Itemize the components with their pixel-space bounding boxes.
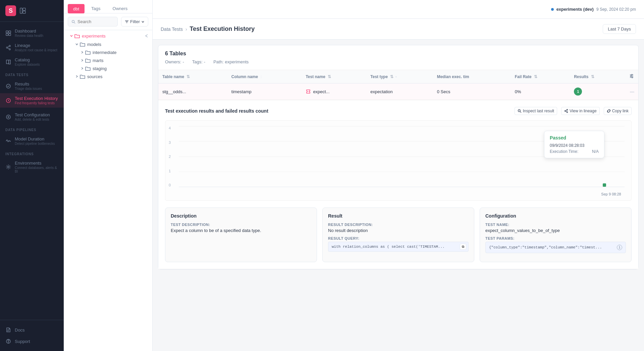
svg-point-39 xyxy=(567,112,568,113)
sidebar-item-model-duration[interactable]: Model Duration Detect pipeline bottlenec… xyxy=(0,134,64,148)
tree-tabs: dbt Tags Owners xyxy=(64,0,152,13)
sidebar-item-dashboard[interactable]: Dashboard Review data health xyxy=(0,26,64,40)
config-test-params-value: {"column_type":"timestamp","column_name"… xyxy=(485,242,626,253)
sidebar-item-environments[interactable]: Environments Connect databases, alerts &… xyxy=(0,158,64,176)
catalog-subtitle: Explore datasets xyxy=(15,63,40,66)
docs-label: Docs xyxy=(15,328,25,333)
results-label: Results xyxy=(15,81,42,86)
data-pipelines-section-label: DATA PIPELINES xyxy=(0,124,64,134)
svg-point-31 xyxy=(631,76,632,77)
dashboard-subtitle: Review data health xyxy=(15,34,43,38)
sidebar-item-lineage[interactable]: Lineage Analyze root cause & impact xyxy=(0,40,64,55)
sidebar-item-test-execution[interactable]: Test Execution History Find frequently f… xyxy=(0,93,64,108)
search-input[interactable] xyxy=(77,19,114,24)
col-results[interactable]: Results ⇅ xyxy=(570,70,625,83)
tooltip-status: Passed xyxy=(550,135,599,140)
col-settings[interactable] xyxy=(625,70,638,83)
col-median-exec[interactable]: Median exec. tim xyxy=(433,70,511,83)
tab-tags[interactable]: Tags xyxy=(86,4,106,13)
tooltip-exec-value: N/A xyxy=(592,149,599,154)
path-meta: Path: experiments xyxy=(213,59,249,64)
clock-icon xyxy=(5,98,11,104)
test-execution-subtitle: Find frequently failing tests xyxy=(15,101,58,105)
date-range-button[interactable]: Last 7 Days xyxy=(603,24,636,34)
cell-expand[interactable]: — xyxy=(625,83,638,100)
sort-icon: ⇅ xyxy=(186,74,190,79)
inspect-last-result-button[interactable]: Inspect last result xyxy=(515,107,557,115)
tree-item-sources[interactable]: sources xyxy=(64,72,152,80)
folder-icon xyxy=(85,66,91,71)
col-column-name[interactable]: Column name : xyxy=(227,70,302,83)
chevron-down-icon xyxy=(141,20,145,23)
plus-circle-icon xyxy=(5,114,11,120)
sidebar-item-results[interactable]: Results Triage data issues xyxy=(0,79,64,93)
inspect-icon xyxy=(518,109,522,113)
test-name-icon xyxy=(306,89,311,94)
tree-item-intermediate[interactable]: intermediate xyxy=(64,48,152,56)
col-test-type[interactable]: Test type ⇅ • xyxy=(366,70,433,83)
col-fail-rate[interactable]: Fail Rate ⇅ xyxy=(511,70,570,83)
cell-results: 1 xyxy=(570,83,625,100)
help-circle-icon xyxy=(5,338,11,344)
view-in-lineage-button[interactable]: View in lineage xyxy=(561,107,600,115)
test-name-config-field: Test Name: expect_column_values_to_be_of… xyxy=(485,223,626,233)
result-desc-value: No result description xyxy=(328,228,469,233)
tree-item-models-label: models xyxy=(87,42,101,47)
copy-query-button[interactable]: ⧉ xyxy=(460,244,466,250)
lineage-label: Lineage xyxy=(15,43,57,48)
svg-point-30 xyxy=(632,74,633,75)
sidebar-item-docs[interactable]: Docs xyxy=(0,324,64,336)
details-cards: Description Test Description: Expect a c… xyxy=(165,208,632,262)
svg-rect-1 xyxy=(23,8,25,10)
svg-line-10 xyxy=(8,46,9,47)
layout-toggle-icon[interactable] xyxy=(19,7,26,14)
sidebar-item-support[interactable]: Support xyxy=(0,336,64,347)
tree-item-experiments[interactable]: experiments xyxy=(64,32,152,40)
sort-icon: ⇅ xyxy=(328,74,331,79)
sidebar-item-catalog[interactable]: Catalog Explore datasets xyxy=(0,55,64,69)
svg-rect-5 xyxy=(6,34,8,36)
chevron-down-icon xyxy=(74,42,79,47)
tree-item-experiments-label: experiments xyxy=(82,34,106,39)
table-row[interactable]: stg__odds... timestamp expect... exp xyxy=(158,83,638,100)
copy-link-button[interactable]: Copy link xyxy=(604,107,632,115)
sidebar: S Dashboard Review data health xyxy=(0,0,64,351)
expanded-row: Test execution results and failed result… xyxy=(158,100,638,269)
col-test-name[interactable]: Test name ⇅ xyxy=(302,70,366,83)
support-label: Support xyxy=(15,339,30,344)
result-query-label: Result Query: xyxy=(328,236,469,240)
test-desc-label: Test Description: xyxy=(171,223,311,227)
params-info-icon[interactable]: i xyxy=(617,245,622,250)
svg-line-40 xyxy=(566,110,567,111)
svg-point-37 xyxy=(567,109,568,110)
tree-item-staging[interactable]: staging xyxy=(64,64,152,72)
tab-owners[interactable]: Owners xyxy=(107,4,133,13)
description-card: Description Test Description: Expect a c… xyxy=(165,208,317,262)
activity-icon xyxy=(5,138,11,144)
svg-rect-4 xyxy=(9,31,11,33)
chevron-right-icon xyxy=(80,50,85,55)
tree-item-models[interactable]: models xyxy=(64,40,152,48)
result-count-badge: 1 xyxy=(574,87,582,96)
chart-x-label: Sep 9 08:28 xyxy=(601,192,621,196)
tab-dbt[interactable]: dbt xyxy=(68,4,85,13)
tooltip-datetime: 09/9/2024 08:28:03 xyxy=(550,143,599,148)
filter-button[interactable]: Filter xyxy=(121,17,148,26)
collapse-row-icon[interactable]: — xyxy=(630,89,634,94)
svg-point-32 xyxy=(632,77,633,78)
chart-data-point[interactable] xyxy=(603,183,606,187)
tree-item-sources-label: sources xyxy=(87,74,103,79)
test-desc-value: Expect a column to be of a specified dat… xyxy=(171,228,311,233)
cell-fail-rate: 0% xyxy=(511,83,570,100)
result-query-field: Result Query: with relation_columns as (… xyxy=(328,236,469,252)
env-status-dot xyxy=(551,8,554,11)
collapse-tree-button[interactable] xyxy=(144,33,150,39)
top-bar: experiments (dev) 9 Sep, 2024 02:20 pm xyxy=(153,0,644,19)
app-logo[interactable]: S xyxy=(5,5,16,16)
env-date: 9 Sep, 2024 02:20 pm xyxy=(596,7,636,12)
execution-history-chart: 4 3 2 1 0 xyxy=(165,120,632,201)
breadcrumb-parent[interactable]: Data Tests xyxy=(161,26,183,32)
col-table-name[interactable]: Table name ⇅ xyxy=(158,70,227,83)
sidebar-item-test-config[interactable]: Test Configuration Add, delete & edit te… xyxy=(0,110,64,124)
tree-item-marts[interactable]: marts xyxy=(64,56,152,64)
